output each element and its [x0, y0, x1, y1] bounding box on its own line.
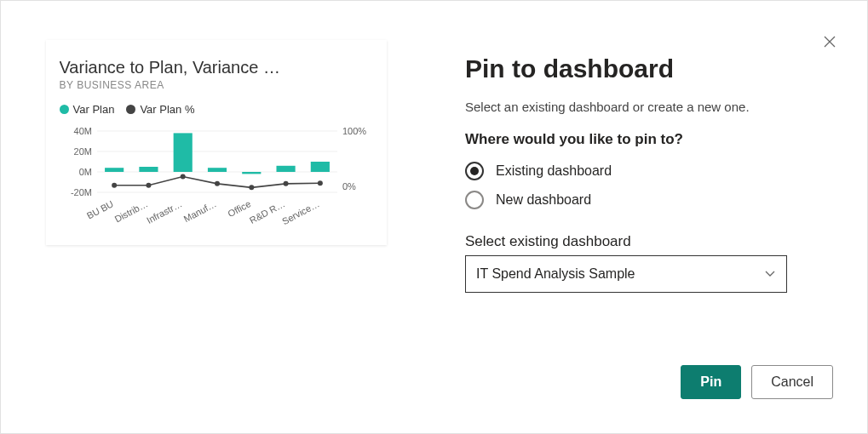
svg-point-18 [146, 183, 151, 188]
svg-rect-12 [173, 133, 192, 172]
chart-legend: Var Plan Var Plan % [60, 103, 383, 116]
radio-label: Existing dashboard [496, 163, 612, 179]
form-panel: Pin to dashboard Select an existing dash… [431, 1, 867, 433]
preview-panel: Variance to Plan, Variance … BY BUSINESS… [1, 1, 431, 433]
radio-existing-dashboard[interactable]: Existing dashboard [465, 157, 833, 186]
svg-point-20 [215, 181, 220, 186]
svg-point-19 [180, 174, 185, 179]
dashboard-select[interactable]: IT Spend Analysis Sample [465, 255, 787, 293]
svg-rect-10 [105, 168, 124, 172]
svg-text:Infrastr…: Infrastr… [145, 198, 184, 226]
tile-subtitle: BY BUSINESS AREA [60, 79, 383, 91]
cancel-button[interactable]: Cancel [751, 365, 833, 399]
legend-item-var-plan-pct: Var Plan % [126, 103, 194, 116]
legend-item-var-plan: Var Plan [60, 103, 115, 116]
pin-button[interactable]: Pin [681, 365, 741, 399]
svg-rect-13 [207, 168, 226, 172]
svg-text:BU BU: BU BU [84, 198, 114, 220]
svg-text:40M: 40M [73, 126, 91, 136]
report-tile: Variance to Plan, Variance … BY BUSINESS… [46, 40, 387, 245]
radio-new-dashboard[interactable]: New dashboard [465, 186, 833, 214]
legend-label: Var Plan % [140, 103, 194, 116]
svg-text:R&D R…: R&D R… [247, 198, 286, 226]
select-dashboard-label: Select existing dashboard [465, 233, 833, 250]
svg-rect-15 [276, 166, 295, 172]
radio-label: New dashboard [496, 192, 591, 208]
svg-text:Service…: Service… [280, 198, 321, 226]
select-value: IT Spend Analysis Sample [476, 266, 635, 282]
chevron-down-icon [764, 270, 776, 278]
legend-swatch [60, 105, 69, 114]
svg-point-22 [283, 181, 288, 186]
tile-title: Variance to Plan, Variance … [60, 57, 383, 77]
svg-text:Manuf…: Manuf… [181, 198, 217, 224]
where-label: Where would you like to pin to? [465, 131, 833, 148]
svg-text:0%: 0% [342, 181, 356, 191]
dialog-footer: Pin Cancel [465, 365, 833, 408]
legend-swatch [126, 105, 135, 114]
radio-icon [465, 191, 484, 209]
svg-rect-11 [139, 167, 158, 172]
svg-point-17 [112, 183, 117, 188]
svg-point-23 [317, 180, 322, 186]
dialog-title: Pin to dashboard [465, 54, 833, 84]
svg-point-21 [249, 185, 254, 190]
chart: -20M0M20M40M0%100%BU BUDistrib…Infrastr…… [60, 123, 383, 233]
pin-to-dashboard-dialog: Variance to Plan, Variance … BY BUSINESS… [0, 0, 868, 434]
svg-text:-20M: -20M [70, 187, 91, 197]
legend-label: Var Plan [73, 103, 115, 116]
svg-rect-14 [242, 172, 261, 174]
svg-rect-16 [310, 162, 329, 172]
svg-text:0M: 0M [78, 167, 91, 177]
svg-text:20M: 20M [73, 146, 91, 157]
dialog-description: Select an existing dashboard or create a… [465, 100, 833, 114]
svg-text:Distrib…: Distrib… [112, 198, 149, 224]
svg-text:100%: 100% [342, 126, 366, 136]
radio-icon [465, 162, 484, 180]
